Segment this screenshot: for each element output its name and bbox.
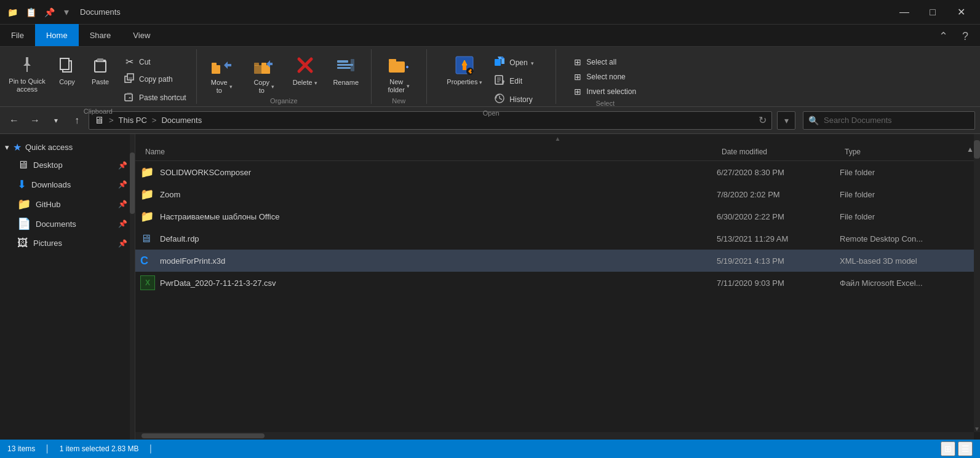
title-bar-icons: 📁 📋 📌 ▾ xyxy=(5,5,73,20)
address-bar[interactable]: 🖥 > This PC > Documents ↻ xyxy=(89,111,772,130)
open-group-label: Open xyxy=(483,108,500,118)
title-bar-arrow: ▾ xyxy=(64,6,69,18)
view-list-button[interactable]: ☰ xyxy=(958,441,973,456)
sidebar-item-desktop[interactable]: 🖥 Desktop 📌 xyxy=(0,156,135,175)
address-recent-dropdown[interactable]: ▾ xyxy=(777,111,795,130)
history-button[interactable]: History xyxy=(488,91,539,108)
status-bar: 13 items │ 1 item selected 2.83 MB │ ⊞ ☰ xyxy=(0,440,980,458)
sidebar-item-github[interactable]: 📁 GitHub 📌 xyxy=(0,194,135,214)
tab-view[interactable]: View xyxy=(122,24,161,46)
quick-access-chevron: ▾ xyxy=(5,143,9,152)
downloads-pin-icon: 📌 xyxy=(118,180,127,189)
sidebar-item-documents[interactable]: 📄 Documents 📌 xyxy=(0,214,135,234)
nav-dropdown-button[interactable]: ▾ xyxy=(47,111,65,130)
select-buttons: ⊞ Select all ⊞ Select none ⊞ Invert sele… xyxy=(569,52,641,98)
desktop-pin-icon: 📌 xyxy=(118,161,127,170)
quick-access-header[interactable]: ▾ ★ Quick access xyxy=(0,139,135,156)
sidebar-item-pictures[interactable]: 🖼 Pictures 📌 xyxy=(0,234,135,253)
svg-rect-2 xyxy=(60,58,69,69)
open-button[interactable]: Open ▾ xyxy=(488,54,539,71)
select-all-button[interactable]: ⊞ Select all xyxy=(569,55,641,69)
documents-icon: 📄 xyxy=(17,217,31,231)
nav-forward-button[interactable]: → xyxy=(26,111,44,130)
copy-path-button[interactable]: Copy path xyxy=(118,71,191,88)
tab-home[interactable]: Home xyxy=(35,24,79,46)
resize-arrow: ▲ xyxy=(555,135,561,142)
close-button[interactable]: ✕ xyxy=(947,0,975,25)
sidebar-item-downloads[interactable]: ⬇ Downloads 📌 xyxy=(0,175,135,194)
file-list-container: ▲ Name Date modified Type ▲ 📁 SOLIDWORKS… xyxy=(135,134,980,440)
col-header-date[interactable]: Date modified xyxy=(717,148,840,156)
copy-button[interactable]: Copy xyxy=(52,52,82,96)
paste-shortcut-icon xyxy=(123,91,135,105)
file-date: 6/27/2020 8:30 PM xyxy=(717,168,840,177)
move-to-button[interactable]: Moveto ▾ xyxy=(202,52,242,96)
help-button[interactable]: ? xyxy=(955,26,975,46)
move-to-icon-area xyxy=(210,54,233,77)
sidebar-pictures-label: Pictures xyxy=(33,239,62,248)
delete-dropdown-arrow: ▾ xyxy=(314,80,317,86)
new-folder-button[interactable]: Newfolder ▾ xyxy=(377,52,420,96)
minimize-button[interactable]: — xyxy=(890,0,918,25)
vertical-scrollbar-thumb xyxy=(974,140,980,159)
maximize-button[interactable]: □ xyxy=(918,0,947,25)
rename-button[interactable]: Rename xyxy=(326,52,366,96)
c3d-icon: C xyxy=(140,253,155,268)
table-row[interactable]: 📁 Настраиваемые шаблоны Office 6/30/2020… xyxy=(135,205,980,227)
table-row[interactable]: 📁 SOLIDWORKSComposer 6/27/2020 8:30 PM F… xyxy=(135,161,980,183)
table-row[interactable]: 📁 Zoom 7/8/2020 2:02 PM File folder xyxy=(135,183,980,205)
copy-to-dropdown-arrow: ▾ xyxy=(271,84,274,90)
edit-button[interactable]: Edit xyxy=(488,73,539,90)
vertical-scrollbar[interactable]: ▼ xyxy=(974,134,980,432)
table-row[interactable]: X PwrData_2020-7-11-21-3-27.csv 7/11/202… xyxy=(135,272,980,294)
svg-rect-29 xyxy=(463,65,466,70)
paste-button[interactable]: Paste xyxy=(85,52,116,96)
pin-quick-access-button[interactable]: Pin to Quick access xyxy=(5,52,49,96)
copy-path-icon xyxy=(123,73,135,86)
title-bar-title: Documents xyxy=(80,7,890,17)
table-row[interactable]: C modelForPrint.x3d 5/19/2021 4:13 PM XM… xyxy=(135,250,980,272)
nav-back-button[interactable]: ← xyxy=(5,111,23,130)
tab-share[interactable]: Share xyxy=(79,24,122,46)
cut-button[interactable]: ✂ Cut xyxy=(118,54,191,69)
sidebar-github-label: GitHub xyxy=(36,200,60,209)
copy-to-button[interactable]: Copyto ▾ xyxy=(244,52,284,96)
new-folder-label: Newfolder xyxy=(388,78,405,94)
organize-group-label: Organize xyxy=(270,96,298,106)
view-grid-button[interactable]: ⊞ xyxy=(941,441,955,456)
invert-icon: ⊞ xyxy=(574,87,581,97)
selected-info: 1 item selected 2.83 MB xyxy=(60,444,139,453)
col-header-type[interactable]: Type xyxy=(840,148,975,156)
tab-file[interactable]: File xyxy=(0,24,35,46)
history-icon xyxy=(493,93,506,106)
table-row[interactable]: 🖥 Default.rdp 5/13/2021 11:29 AM Remote … xyxy=(135,227,980,250)
file-name: modelForPrint.x3d xyxy=(160,256,717,266)
copy-path-label: Copy path xyxy=(139,75,173,84)
invert-selection-button[interactable]: ⊞ Invert selection xyxy=(569,85,641,98)
select-all-icon: ⊞ xyxy=(574,57,581,67)
folder-icon: 📁 xyxy=(140,187,155,202)
collapse-ribbon-button[interactable]: ⌃ xyxy=(933,26,953,46)
properties-button[interactable]: Properties ▾ xyxy=(443,52,486,96)
move-to-label: Moveto xyxy=(211,79,228,95)
file-name: PwrData_2020-7-11-21-3-27.csv xyxy=(160,278,717,288)
svg-rect-31 xyxy=(495,59,501,66)
status-divider: │ xyxy=(45,444,50,453)
search-icon: 🔍 xyxy=(808,116,819,125)
paste-shortcut-button[interactable]: Paste shortcut xyxy=(118,89,191,106)
new-folder-dropdown-arrow: ▾ xyxy=(407,83,410,89)
col-header-name[interactable]: Name xyxy=(140,148,717,156)
horizontal-scrollbar[interactable] xyxy=(135,432,974,440)
paste-shortcut-label: Paste shortcut xyxy=(139,93,186,102)
svg-rect-7 xyxy=(127,74,133,80)
sidebar-scrollbar[interactable] xyxy=(130,134,135,440)
refresh-button[interactable]: ↻ xyxy=(759,114,767,126)
delete-button[interactable]: Delete ▾ xyxy=(287,52,324,96)
svg-rect-4 xyxy=(95,61,106,72)
file-type: Remote Desktop Con... xyxy=(840,234,975,243)
rename-label: Rename xyxy=(333,79,359,87)
select-none-button[interactable]: ⊞ Select none xyxy=(569,70,641,84)
paste-label: Paste xyxy=(92,78,109,86)
clipboard-group-label: Clipboard xyxy=(84,106,113,116)
search-bar[interactable]: 🔍 Search Documents xyxy=(803,111,975,130)
